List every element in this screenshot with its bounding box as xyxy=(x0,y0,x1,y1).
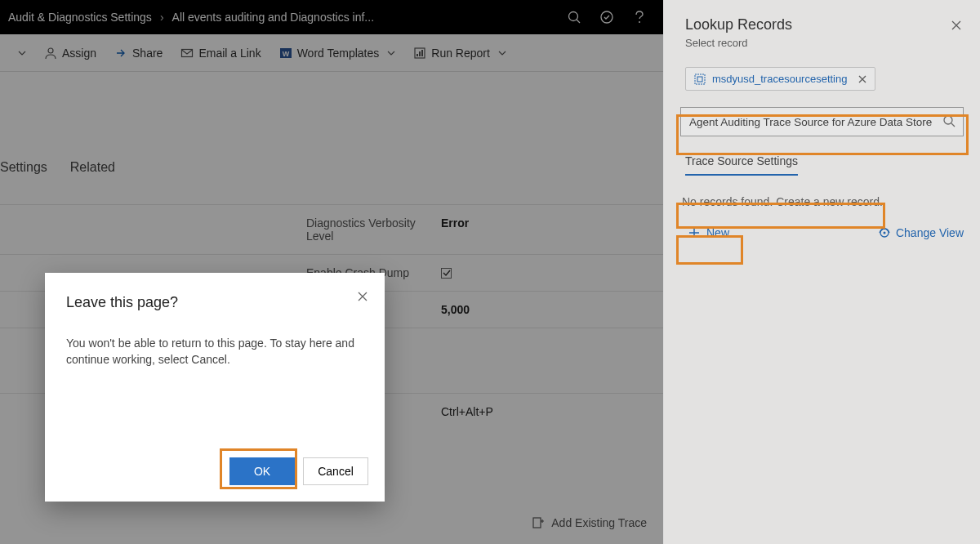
panel-header: Lookup Records Select record xyxy=(664,0,980,56)
close-icon[interactable] xyxy=(357,291,368,302)
panel-title: Lookup Records xyxy=(685,16,959,33)
leave-page-dialog: Leave this page? You won't be able to re… xyxy=(45,273,385,502)
ok-button[interactable]: OK xyxy=(229,457,295,485)
lookup-panel: Lookup Records Select record msdyusd_tra… xyxy=(663,0,980,544)
new-record-button[interactable]: New xyxy=(680,221,737,244)
dialog-body: You won't be able to return to this page… xyxy=(66,336,363,368)
change-view-label: Change View xyxy=(896,226,964,239)
panel-subtitle: Select record xyxy=(685,37,959,49)
cancel-button[interactable]: Cancel xyxy=(303,457,368,485)
svg-rect-14 xyxy=(697,77,702,82)
dialog-title: Leave this page? xyxy=(66,294,363,311)
dialog-actions: OK Cancel xyxy=(66,457,363,485)
entity-chip-row: msdyusd_tracesourcesetting xyxy=(664,56,980,91)
lookup-search-wrap xyxy=(680,107,964,136)
entity-chip[interactable]: msdyusd_tracesourcesetting xyxy=(685,67,875,91)
new-record-label: New xyxy=(706,226,729,239)
lookup-search-input[interactable] xyxy=(680,107,964,136)
chip-remove-icon[interactable] xyxy=(853,75,866,83)
results-section-title: Trace Source Settings xyxy=(685,154,959,174)
panel-close-icon[interactable] xyxy=(951,20,962,31)
no-records-message: No records found. Create a new record. xyxy=(680,194,964,210)
svg-point-15 xyxy=(944,116,952,124)
svg-point-18 xyxy=(883,232,885,234)
svg-rect-13 xyxy=(695,74,705,84)
svg-line-16 xyxy=(951,123,955,127)
section-underline xyxy=(685,174,798,176)
entity-chip-label: msdyusd_tracesourcesetting xyxy=(712,73,847,85)
panel-actions: New Change View xyxy=(680,221,964,244)
search-icon[interactable] xyxy=(942,114,956,127)
change-view-button[interactable]: Change View xyxy=(878,226,964,239)
